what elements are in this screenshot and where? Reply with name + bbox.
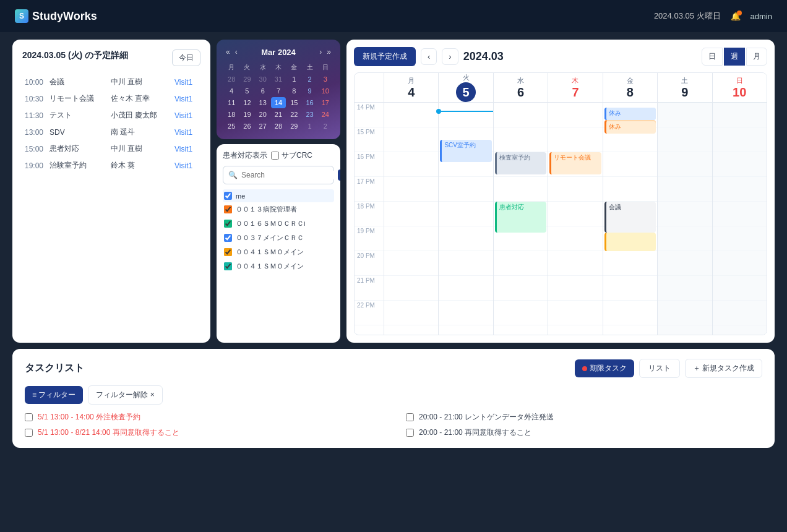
- mini-cal-cell[interactable]: 9: [302, 85, 317, 97]
- check-item-checkbox[interactable]: [224, 262, 232, 270]
- mini-cal-cell[interactable]: 27: [256, 121, 270, 132]
- task-item: 20:00 - 21:00 レントゲンデータ外注発送: [406, 412, 762, 423]
- mini-cal-cell[interactable]: 3: [318, 74, 333, 85]
- mini-cal-cell[interactable]: 12: [239, 97, 254, 108]
- mini-cal-cell[interactable]: 14: [271, 97, 286, 108]
- day-time-slot: [494, 276, 548, 301]
- search-input[interactable]: [241, 171, 334, 179]
- new-task-btn[interactable]: ＋ 新規タスク作成: [685, 359, 762, 378]
- mini-cal-cell[interactable]: 13: [256, 97, 270, 108]
- mini-cal-cell[interactable]: 26: [239, 121, 254, 132]
- check-list-item[interactable]: ００１６ＳＭＯＣＲＣi: [223, 217, 334, 231]
- check-item-checkbox[interactable]: [224, 205, 232, 213]
- mini-cal-cell[interactable]: 21: [271, 109, 286, 120]
- schedule-link[interactable]: Visit1: [172, 107, 200, 124]
- mini-cal-cell[interactable]: 28: [224, 74, 239, 85]
- today-button[interactable]: 今日: [172, 49, 200, 66]
- check-list-item[interactable]: ００４１ＳＭＯメイン: [223, 259, 334, 273]
- cal-prev-btn[interactable]: ‹: [421, 48, 437, 65]
- mini-cal-prev-nav[interactable]: « ‹: [224, 47, 239, 57]
- filter-btn[interactable]: ≡ フィルター: [25, 386, 83, 404]
- bell-icon[interactable]: 🔔: [731, 12, 741, 21]
- mini-cal-cell[interactable]: 25: [224, 121, 239, 132]
- day-time-slot: [548, 301, 602, 325]
- task-checkbox[interactable]: [25, 413, 33, 421]
- cal-month-title: 2024.03: [463, 50, 697, 63]
- mini-cal-next-nav[interactable]: › »: [317, 47, 333, 57]
- day-header: 日10: [713, 73, 767, 103]
- dropdown-arrow[interactable]: ▼: [338, 169, 340, 181]
- mini-cal-cell[interactable]: 11: [224, 97, 239, 108]
- mini-cal-cell[interactable]: 29: [286, 121, 301, 132]
- event-block[interactable]: 休み: [604, 121, 656, 134]
- day-time-slot: [384, 276, 438, 301]
- schedule-link[interactable]: Visit1: [172, 124, 200, 140]
- mini-cal-cell[interactable]: 10: [318, 85, 333, 97]
- mini-cal-cell[interactable]: 15: [286, 97, 301, 108]
- mini-cal-cell[interactable]: 28: [271, 121, 286, 132]
- mini-cal-cell[interactable]: 30: [256, 74, 270, 85]
- task-checkbox[interactable]: [25, 429, 33, 437]
- cal-next-btn[interactable]: ›: [442, 48, 458, 65]
- schedule-link[interactable]: Visit1: [172, 157, 200, 174]
- mini-cal-cell[interactable]: 4: [224, 85, 239, 97]
- mini-cal-cell[interactable]: 17: [318, 97, 333, 108]
- view-week-btn[interactable]: 週: [724, 48, 745, 66]
- check-list-item[interactable]: me: [223, 189, 334, 202]
- check-list-item[interactable]: ００１３病院管理者: [223, 202, 334, 217]
- check-item-checkbox[interactable]: [224, 234, 232, 242]
- mini-cal-cell[interactable]: 5: [239, 85, 254, 97]
- event-block[interactable]: リモート会議: [549, 152, 601, 174]
- new-event-button[interactable]: 新規予定作成: [354, 47, 416, 66]
- view-month-btn[interactable]: 月: [746, 48, 767, 66]
- mini-cal-cell[interactable]: 22: [286, 109, 301, 120]
- day-header: 金8: [603, 73, 657, 103]
- day-time-slot: [439, 251, 492, 276]
- mini-cal-cell[interactable]: 20: [256, 109, 270, 120]
- check-item-checkbox[interactable]: [224, 248, 232, 256]
- mini-cal-cell[interactable]: 2: [318, 121, 333, 132]
- list-btn[interactable]: リスト: [639, 359, 680, 378]
- schedule-link[interactable]: Visit1: [172, 90, 200, 107]
- mini-cal-prev-btn[interactable]: ‹: [233, 47, 239, 57]
- event-block[interactable]: 休み: [604, 108, 656, 120]
- deadline-btn[interactable]: 期限タスク: [575, 359, 634, 377]
- check-list-item[interactable]: ００３７メインＣＲＣ: [223, 231, 334, 245]
- schedule-row: 15:00 患者対応 中川 直樹 Visit1: [22, 140, 200, 157]
- event-block[interactable]: 検査室予約: [495, 152, 546, 174]
- schedule-link[interactable]: Visit1: [172, 74, 200, 90]
- mini-cal-prev-prev-btn[interactable]: «: [224, 47, 232, 57]
- sub-crc-check[interactable]: サブCRC: [271, 150, 312, 161]
- filter-clear-btn[interactable]: フィルター解除 ×: [88, 385, 162, 405]
- mini-cal-next-btn[interactable]: ›: [317, 47, 324, 57]
- mini-cal-cell[interactable]: 1: [286, 74, 301, 85]
- event-block[interactable]: [604, 233, 656, 251]
- mini-cal-next-next-btn[interactable]: »: [325, 47, 333, 57]
- event-block[interactable]: SCV室予約: [440, 140, 491, 162]
- task-checkbox[interactable]: [406, 429, 414, 437]
- check-item-checkbox[interactable]: [224, 220, 232, 228]
- mini-cal-cell[interactable]: 19: [239, 109, 254, 120]
- task-text: 5/1 13:00 - 8/21 14:00 再同意取得すること: [38, 427, 179, 438]
- mini-cal-cell[interactable]: 31: [271, 74, 286, 85]
- mini-cal-cell[interactable]: 29: [239, 74, 254, 85]
- check-item-checkbox[interactable]: [224, 192, 232, 200]
- day-time-slot: [603, 301, 657, 325]
- mini-cal-cell[interactable]: 16: [302, 97, 317, 108]
- check-list-item[interactable]: ００４１ＳＭＯメイン: [223, 245, 334, 259]
- mini-cal-cell[interactable]: 2: [302, 74, 317, 85]
- mini-cal-cell[interactable]: 24: [318, 109, 333, 120]
- sub-crc-checkbox[interactable]: [271, 152, 279, 160]
- view-day-btn[interactable]: 日: [702, 48, 723, 66]
- mini-cal-cell[interactable]: 8: [286, 85, 301, 97]
- day-col: 日10: [713, 73, 767, 335]
- mini-cal-cell[interactable]: 7: [271, 85, 286, 97]
- task-checkbox[interactable]: [406, 413, 414, 421]
- mini-cal-cell[interactable]: 6: [256, 85, 270, 97]
- mini-cal-cell[interactable]: 18: [224, 109, 239, 120]
- mini-cal-cell[interactable]: 23: [302, 109, 317, 120]
- mini-cal-cell[interactable]: 1: [302, 121, 317, 132]
- event-block[interactable]: 会議: [604, 202, 656, 233]
- schedule-link[interactable]: Visit1: [172, 140, 200, 157]
- event-block[interactable]: 患者対応: [495, 202, 546, 233]
